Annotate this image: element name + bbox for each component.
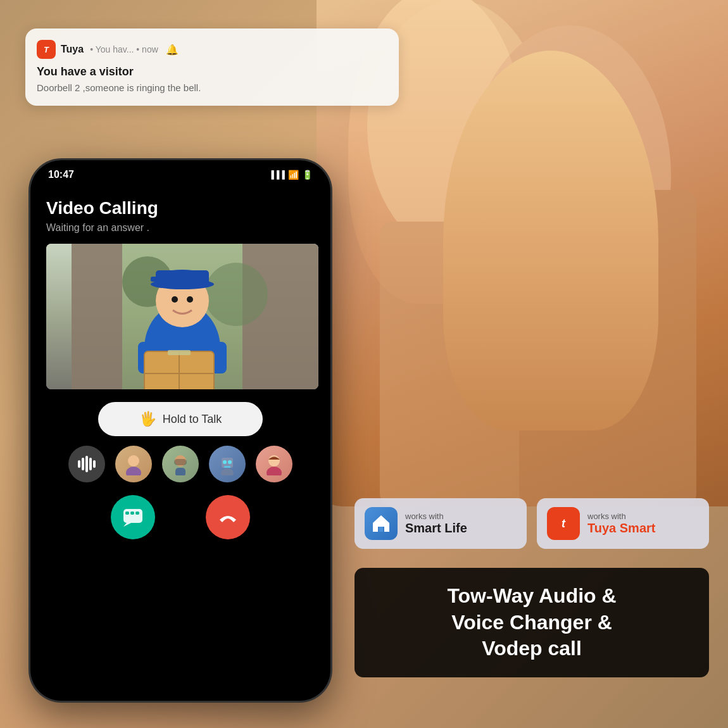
notification-card: T Tuya • You hav... • now 🔔 You have a v… xyxy=(25,28,399,106)
avatar-4[interactable] xyxy=(256,446,292,482)
tuya-app-icon: T xyxy=(37,40,56,59)
svg-point-31 xyxy=(128,455,139,467)
svg-rect-27 xyxy=(82,458,84,470)
chat-button[interactable] xyxy=(111,495,155,539)
svg-rect-46 xyxy=(135,511,139,515)
notif-bell-icon: 🔔 xyxy=(166,44,179,56)
svg-point-4 xyxy=(525,203,601,279)
avatar-person-1-icon xyxy=(122,453,145,475)
svg-point-16 xyxy=(151,279,214,289)
action-buttons xyxy=(46,495,315,539)
wifi-icon: 📶 xyxy=(288,170,299,180)
svg-rect-39 xyxy=(224,466,230,468)
chat-icon xyxy=(122,506,144,529)
svg-point-32 xyxy=(126,467,141,475)
delivery-person-svg xyxy=(46,244,318,389)
svg-rect-34 xyxy=(175,468,185,475)
avatar-1[interactable] xyxy=(115,446,152,482)
svg-marker-47 xyxy=(123,523,131,527)
svg-rect-3 xyxy=(519,190,696,506)
svg-rect-44 xyxy=(125,511,129,515)
svg-point-1 xyxy=(468,25,671,329)
svg-rect-25 xyxy=(168,350,191,355)
tuya-suffix: Smart xyxy=(620,521,656,535)
status-time: 10:47 xyxy=(48,169,74,180)
notif-body: Doorbell 2 ,someone is ringing the bell. xyxy=(37,82,385,93)
svg-point-42 xyxy=(267,467,282,475)
svg-point-10 xyxy=(204,263,268,326)
waiting-text: Waiting for an answer . xyxy=(46,222,315,234)
video-calling-title: Video Calling xyxy=(46,198,315,218)
svg-rect-2 xyxy=(380,222,538,506)
svg-rect-5 xyxy=(557,222,570,272)
svg-rect-30 xyxy=(93,460,96,468)
notif-title: You have a visitor xyxy=(37,65,385,78)
tuya-text: works with Tuya Smart xyxy=(587,511,655,536)
tuya-icon: t xyxy=(547,507,580,540)
svg-rect-28 xyxy=(85,456,88,472)
right-panel: works with Smart Life t works with Tuya … xyxy=(355,498,709,677)
avatar-row xyxy=(46,446,315,482)
smart-life-brand-name: Smart Life xyxy=(405,521,467,536)
phone-frame: 10:47 ▐▐▐ 📶 🔋 Video Calling Waiting for … xyxy=(28,158,332,703)
hold-icon: 🖐️ xyxy=(139,411,156,427)
signal-icon: ▐▐▐ xyxy=(268,170,285,179)
smart-life-home-icon xyxy=(370,513,392,534)
notif-meta: • You hav... • now xyxy=(90,44,158,54)
avatar-2[interactable] xyxy=(162,446,199,482)
svg-point-18 xyxy=(187,296,193,303)
avatar-person-2-icon xyxy=(169,453,192,475)
svg-point-17 xyxy=(172,296,178,303)
notification-header: T Tuya • You hav... • now 🔔 xyxy=(37,40,385,59)
smart-life-icon xyxy=(365,507,398,540)
smart-life-badge: works with Smart Life xyxy=(355,498,527,549)
tuya-works-with: works with xyxy=(587,511,655,521)
tuya-colored-text: Tuya xyxy=(587,521,616,535)
svg-rect-26 xyxy=(78,460,80,468)
avatar-3[interactable] xyxy=(209,446,246,482)
svg-point-40 xyxy=(221,468,234,475)
notif-app-name: Tuya xyxy=(61,44,84,55)
phone-notch xyxy=(136,160,225,179)
svg-point-37 xyxy=(223,460,227,464)
hold-to-talk-button[interactable]: 🖐️ Hold to Talk xyxy=(98,402,263,436)
feature-title: Tow-Way Audio &Voice Changer &Vodep call xyxy=(372,583,691,662)
svg-rect-6 xyxy=(72,244,122,389)
phone-screen: 10:47 ▐▐▐ 📶 🔋 Video Calling Waiting for … xyxy=(30,160,330,701)
phone-mockup: 10:47 ▐▐▐ 📶 🔋 Video Calling Waiting for … xyxy=(28,158,345,709)
svg-rect-29 xyxy=(89,458,92,470)
svg-rect-45 xyxy=(130,511,134,515)
mic-waveform-icon xyxy=(77,454,97,474)
svg-point-38 xyxy=(228,460,232,464)
smart-life-works-with: works with xyxy=(405,511,467,521)
tuya-brand-name: Tuya Smart xyxy=(587,521,655,536)
feature-text-box: Tow-Way Audio &Voice Changer &Vodep call xyxy=(355,568,709,677)
avatar-person-3-icon xyxy=(263,453,286,475)
video-calling-section: Video Calling Waiting for an answer . xyxy=(30,185,330,546)
smart-life-text: works with Smart Life xyxy=(405,511,467,536)
svg-rect-35 xyxy=(174,459,187,465)
avatar-robot-icon xyxy=(216,453,239,475)
end-call-button[interactable] xyxy=(206,495,250,539)
status-icons: ▐▐▐ 📶 🔋 xyxy=(268,170,313,180)
avatar-mic[interactable] xyxy=(68,446,105,482)
svg-rect-43 xyxy=(123,509,142,523)
tuya-smart-badge: t works with Tuya Smart xyxy=(537,498,709,549)
tuya-letter-icon: t xyxy=(562,517,565,530)
hold-to-talk-label: Hold to Talk xyxy=(163,413,222,426)
badges-row: works with Smart Life t works with Tuya … xyxy=(355,498,709,549)
svg-rect-48 xyxy=(379,527,383,532)
end-call-icon xyxy=(217,506,239,529)
battery-icon: 🔋 xyxy=(302,170,313,180)
video-feed xyxy=(46,244,318,389)
